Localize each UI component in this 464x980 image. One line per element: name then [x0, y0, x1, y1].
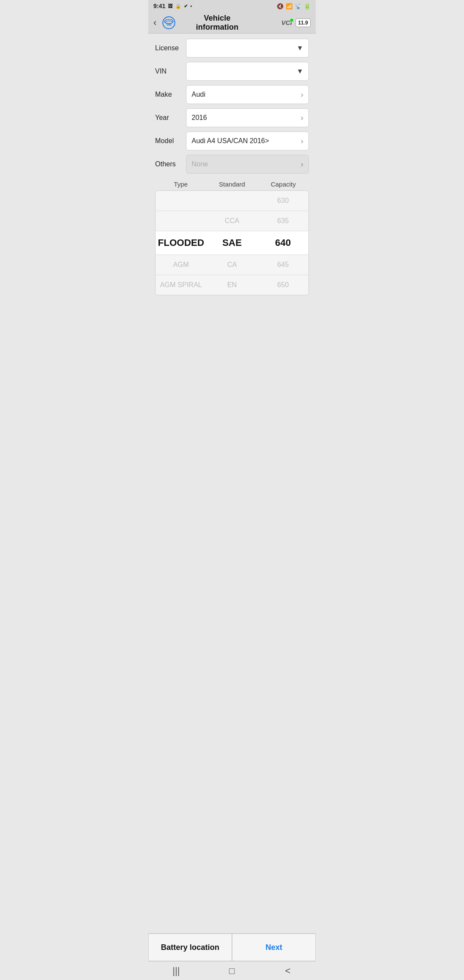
signal-icon: 📡 — [295, 3, 302, 9]
cell-standard-2: SAE — [207, 231, 258, 254]
vin-input[interactable]: ▼ — [186, 62, 309, 81]
make-value: Audi — [192, 91, 205, 98]
cell-type-3: AGM — [156, 255, 207, 275]
status-time: 9:41 — [153, 3, 165, 9]
table-body: 630 CCA 635 FLOODED SAE 640 AGM CA 645 — [155, 190, 309, 295]
cell-capacity-0: 630 — [257, 191, 308, 211]
model-chevron-icon: › — [301, 137, 303, 146]
navbar-right: VCI 11.9 — [281, 18, 311, 27]
table-row[interactable]: AGM CA 645 — [156, 255, 308, 275]
cell-standard-0 — [207, 195, 258, 207]
dot-icon: • — [190, 3, 192, 9]
cell-type-4: AGM SPIRAL — [156, 275, 207, 295]
year-chevron-icon: › — [301, 113, 303, 122]
vci-connected-dot — [290, 18, 294, 22]
table-header: Type Standard Capacity — [155, 178, 309, 190]
year-value: 2016 — [192, 114, 207, 122]
year-select[interactable]: 2016 › — [186, 108, 309, 127]
col-type-header: Type — [155, 181, 206, 188]
license-dropdown-arrow: ▼ — [296, 44, 303, 52]
others-chevron-icon: › — [301, 160, 303, 169]
svg-text:VIN: VIN — [166, 23, 171, 26]
vin-row: VIN ▼ — [155, 62, 309, 81]
vci-badge: VCI — [281, 19, 292, 26]
vin-label: VIN — [155, 67, 186, 75]
year-label: Year — [155, 114, 186, 122]
make-select[interactable]: Audi › — [186, 85, 309, 104]
model-label: Model — [155, 137, 186, 145]
table-row[interactable]: 630 — [156, 191, 308, 211]
cell-capacity-2: 640 — [257, 231, 308, 254]
gallery-icon: 🖼 — [168, 3, 173, 9]
wifi-icon: 📶 — [286, 3, 293, 9]
others-value: None — [192, 160, 208, 168]
others-row: Others None › — [155, 155, 309, 174]
status-left: 9:41 🖼 🔒 ✔ • — [153, 3, 192, 9]
table-row[interactable]: CCA 635 — [156, 211, 308, 231]
year-row: Year 2016 › — [155, 108, 309, 127]
cell-standard-4: EN — [207, 275, 258, 295]
cell-type-1 — [156, 215, 207, 227]
cell-capacity-4: 650 — [257, 275, 308, 295]
col-standard-header: Standard — [206, 181, 257, 188]
content-area: License ▼ VIN ▼ Make Audi › Year 2016 › … — [148, 34, 316, 352]
vin-logo: VIN — [160, 16, 178, 29]
status-right: 🔇 📶 📡 🔋 — [277, 3, 311, 9]
cell-type-0 — [156, 195, 207, 207]
license-input[interactable]: ▼ — [186, 39, 309, 58]
model-row: Model Audi A4 USA/CAN 2016> › — [155, 132, 309, 150]
svg-point-0 — [163, 17, 175, 29]
others-select[interactable]: None › — [186, 155, 309, 174]
cell-standard-3: CA — [207, 255, 258, 275]
status-bar: 9:41 🖼 🔒 ✔ • 🔇 📶 📡 🔋 — [148, 0, 316, 12]
check-icon: ✔ — [184, 3, 188, 9]
cell-capacity-1: 635 — [257, 211, 308, 231]
table-row[interactable]: AGM SPIRAL EN 650 — [156, 275, 308, 295]
back-button[interactable]: ‹ — [153, 17, 156, 28]
battery-icon: 🔋 — [304, 3, 311, 9]
make-row: Make Audi › — [155, 85, 309, 104]
cell-standard-1: CCA — [207, 211, 258, 231]
battery-table: Type Standard Capacity 630 CCA 635 FLOOD… — [155, 178, 309, 295]
vin-dropdown-arrow: ▼ — [296, 67, 303, 75]
page-title: Vehicle information — [183, 14, 251, 32]
make-chevron-icon: › — [301, 90, 303, 99]
make-label: Make — [155, 91, 186, 98]
cell-capacity-3: 645 — [257, 255, 308, 275]
mute-icon: 🔇 — [277, 3, 284, 9]
cell-type-2: FLOODED — [156, 231, 207, 254]
model-select[interactable]: Audi A4 USA/CAN 2016> › — [186, 132, 309, 150]
lock-icon: 🔒 — [175, 3, 181, 9]
table-row-selected[interactable]: FLOODED SAE 640 — [156, 231, 308, 255]
battery-voltage: 11.9 — [296, 18, 311, 27]
col-capacity-header: Capacity — [258, 181, 309, 188]
navbar: ‹ VIN Vehicle information VCI 11.9 — [148, 12, 316, 34]
others-label: Others — [155, 160, 186, 168]
license-label: License — [155, 44, 186, 52]
license-row: License ▼ — [155, 39, 309, 58]
model-value: Audi A4 USA/CAN 2016> — [192, 137, 269, 145]
